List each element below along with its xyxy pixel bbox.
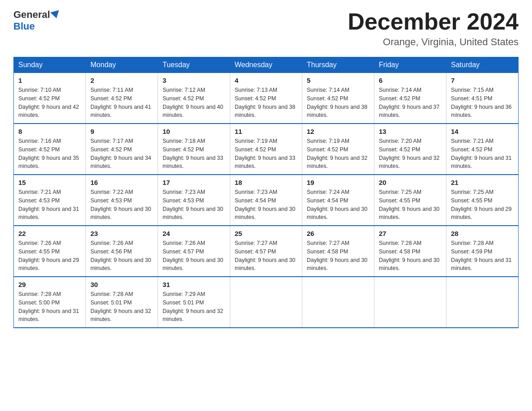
day-info: Sunrise: 7:18 AMSunset: 4:52 PMDaylight:… [163,137,225,171]
day-info: Sunrise: 7:25 AMSunset: 4:55 PMDaylight:… [379,188,442,222]
header-monday: Monday [86,57,158,73]
day-number: 5 [307,77,369,84]
day-number: 20 [379,179,442,186]
day-info: Sunrise: 7:26 AMSunset: 4:57 PMDaylight:… [163,239,225,273]
day-number: 13 [379,128,442,135]
calendar-week-4: 22Sunrise: 7:26 AMSunset: 4:55 PMDayligh… [14,226,519,277]
day-info: Sunrise: 7:25 AMSunset: 4:55 PMDaylight:… [451,188,514,222]
day-number: 12 [307,128,369,135]
month-title: December 2024 [348,9,519,34]
day-number: 24 [163,230,225,237]
day-info: Sunrise: 7:16 AMSunset: 4:52 PMDaylight:… [18,137,81,171]
location: Orange, Virginia, United States [348,36,519,48]
day-info: Sunrise: 7:20 AMSunset: 4:52 PMDaylight:… [379,137,442,171]
day-number: 30 [90,281,153,288]
day-number: 23 [90,230,153,237]
calendar-week-5: 29Sunrise: 7:28 AMSunset: 5:00 PMDayligh… [14,277,519,328]
day-number: 18 [235,179,297,186]
calendar-cell: 7Sunrise: 7:15 AMSunset: 4:51 PMDaylight… [446,73,519,124]
logo-general-text: General [13,9,50,21]
day-number: 11 [235,128,297,135]
calendar-cell [230,277,302,328]
calendar-cell: 13Sunrise: 7:20 AMSunset: 4:52 PMDayligh… [374,124,446,175]
calendar-table: SundayMondayTuesdayWednesdayThursdayFrid… [13,57,519,328]
day-number: 19 [307,179,369,186]
day-info: Sunrise: 7:11 AMSunset: 4:52 PMDaylight:… [90,86,153,120]
day-info: Sunrise: 7:15 AMSunset: 4:51 PMDaylight:… [451,86,514,120]
day-number: 16 [90,179,153,186]
calendar-cell: 11Sunrise: 7:19 AMSunset: 4:52 PMDayligh… [230,124,302,175]
logo-blue-text: Blue [13,21,35,32]
calendar-cell: 21Sunrise: 7:25 AMSunset: 4:55 PMDayligh… [446,175,519,226]
day-number: 28 [451,230,514,237]
day-info: Sunrise: 7:13 AMSunset: 4:52 PMDaylight:… [235,86,297,120]
calendar-cell: 9Sunrise: 7:17 AMSunset: 4:52 PMDaylight… [86,124,158,175]
day-number: 26 [307,230,369,237]
calendar-cell: 16Sunrise: 7:22 AMSunset: 4:53 PMDayligh… [86,175,158,226]
day-number: 4 [235,77,297,84]
calendar-cell: 25Sunrise: 7:27 AMSunset: 4:57 PMDayligh… [230,226,302,277]
day-number: 21 [451,179,514,186]
calendar-cell [374,277,446,328]
calendar-cell: 3Sunrise: 7:12 AMSunset: 4:52 PMDaylight… [158,73,230,124]
day-info: Sunrise: 7:21 AMSunset: 4:52 PMDaylight:… [451,137,514,171]
calendar-cell: 1Sunrise: 7:10 AMSunset: 4:52 PMDaylight… [14,73,86,124]
calendar-cell [302,277,374,328]
header-tuesday: Tuesday [158,57,230,73]
day-info: Sunrise: 7:14 AMSunset: 4:52 PMDaylight:… [379,86,442,120]
calendar-cell: 30Sunrise: 7:28 AMSunset: 5:01 PMDayligh… [86,277,158,328]
calendar-cell: 19Sunrise: 7:24 AMSunset: 4:54 PMDayligh… [302,175,374,226]
calendar-cell: 5Sunrise: 7:14 AMSunset: 4:52 PMDaylight… [302,73,374,124]
day-info: Sunrise: 7:19 AMSunset: 4:52 PMDaylight:… [307,137,369,171]
calendar-cell: 2Sunrise: 7:11 AMSunset: 4:52 PMDaylight… [86,73,158,124]
day-info: Sunrise: 7:21 AMSunset: 4:53 PMDaylight:… [18,188,81,222]
day-info: Sunrise: 7:28 AMSunset: 5:01 PMDaylight:… [90,290,153,324]
title-section: December 2024 Orange, Virginia, United S… [348,9,519,48]
day-info: Sunrise: 7:28 AMSunset: 4:59 PMDaylight:… [451,239,514,273]
calendar-cell: 24Sunrise: 7:26 AMSunset: 4:57 PMDayligh… [158,226,230,277]
day-info: Sunrise: 7:17 AMSunset: 4:52 PMDaylight:… [90,137,153,171]
day-number: 29 [18,281,81,288]
day-info: Sunrise: 7:26 AMSunset: 4:56 PMDaylight:… [90,239,153,273]
header-wednesday: Wednesday [230,57,302,73]
page-header: General Blue December 2024 Orange, Virgi… [13,9,519,48]
day-info: Sunrise: 7:26 AMSunset: 4:55 PMDaylight:… [18,239,81,273]
header-sunday: Sunday [14,57,86,73]
day-info: Sunrise: 7:28 AMSunset: 4:58 PMDaylight:… [379,239,442,273]
day-info: Sunrise: 7:19 AMSunset: 4:52 PMDaylight:… [235,137,297,171]
day-info: Sunrise: 7:27 AMSunset: 4:57 PMDaylight:… [235,239,297,273]
day-number: 22 [18,230,81,237]
day-info: Sunrise: 7:29 AMSunset: 5:01 PMDaylight:… [163,290,225,324]
day-number: 27 [379,230,442,237]
calendar-cell: 26Sunrise: 7:27 AMSunset: 4:58 PMDayligh… [302,226,374,277]
calendar-cell [446,277,519,328]
day-info: Sunrise: 7:14 AMSunset: 4:52 PMDaylight:… [307,86,369,120]
day-info: Sunrise: 7:23 AMSunset: 4:54 PMDaylight:… [235,188,297,222]
calendar-cell: 10Sunrise: 7:18 AMSunset: 4:52 PMDayligh… [158,124,230,175]
header-saturday: Saturday [446,57,519,73]
header-friday: Friday [374,57,446,73]
day-number: 10 [163,128,225,135]
calendar-week-1: 1Sunrise: 7:10 AMSunset: 4:52 PMDaylight… [14,73,519,124]
day-number: 9 [90,128,153,135]
calendar-cell: 22Sunrise: 7:26 AMSunset: 4:55 PMDayligh… [14,226,86,277]
calendar-cell: 31Sunrise: 7:29 AMSunset: 5:01 PMDayligh… [158,277,230,328]
calendar-header-row: SundayMondayTuesdayWednesdayThursdayFrid… [14,57,519,73]
calendar-cell: 14Sunrise: 7:21 AMSunset: 4:52 PMDayligh… [446,124,519,175]
logo: General Blue [13,9,61,32]
day-number: 7 [451,77,514,84]
calendar-cell: 4Sunrise: 7:13 AMSunset: 4:52 PMDaylight… [230,73,302,124]
calendar-cell: 27Sunrise: 7:28 AMSunset: 4:58 PMDayligh… [374,226,446,277]
calendar-cell: 8Sunrise: 7:16 AMSunset: 4:52 PMDaylight… [14,124,86,175]
day-number: 15 [18,179,81,186]
calendar-cell: 6Sunrise: 7:14 AMSunset: 4:52 PMDaylight… [374,73,446,124]
day-info: Sunrise: 7:22 AMSunset: 4:53 PMDaylight:… [90,188,153,222]
calendar-week-2: 8Sunrise: 7:16 AMSunset: 4:52 PMDaylight… [14,124,519,175]
day-info: Sunrise: 7:28 AMSunset: 5:00 PMDaylight:… [18,290,81,324]
calendar-cell: 20Sunrise: 7:25 AMSunset: 4:55 PMDayligh… [374,175,446,226]
logo-arrow-icon [50,10,60,20]
calendar-cell: 17Sunrise: 7:23 AMSunset: 4:53 PMDayligh… [158,175,230,226]
day-number: 1 [18,77,81,84]
day-number: 25 [235,230,297,237]
day-info: Sunrise: 7:10 AMSunset: 4:52 PMDaylight:… [18,86,81,120]
